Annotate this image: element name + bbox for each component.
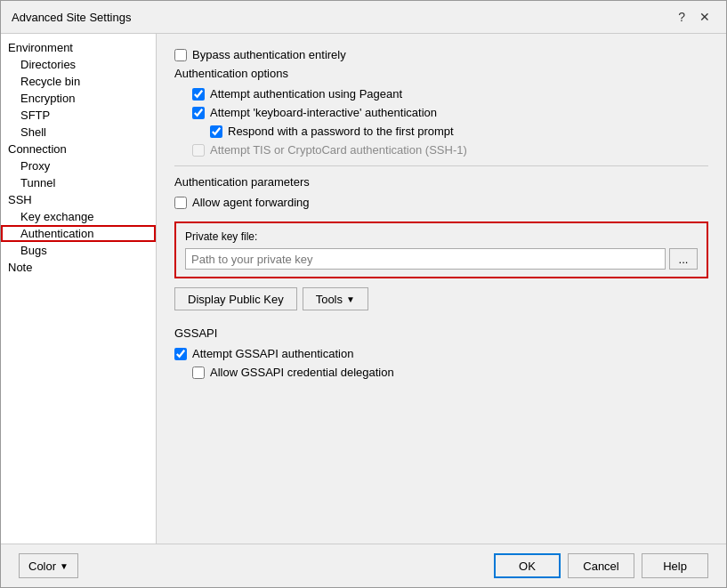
sidebar-item-encryption[interactable]: Encryption [1,90,156,107]
respond-row: Respond with a password to the first pro… [174,125,708,138]
private-key-row: ... [185,248,698,270]
tools-caret-icon: ▼ [346,294,355,304]
sidebar-item-note[interactable]: Note [1,259,156,276]
pageant-row: Attempt authentication using Pageant [174,87,708,101]
private-key-section: Private key file: ... [174,222,708,278]
advanced-site-settings-dialog: Advanced Site Settings ? ✕ EnvironmentDi… [0,0,727,588]
sidebar-item-environment[interactable]: Environment [1,39,156,56]
keyboard-row: Attempt 'keyboard-interactive' authentic… [174,106,708,119]
sidebar-item-bugs[interactable]: Bugs [1,242,156,259]
bypass-label: Bypass authentication entirely [192,48,346,61]
pageant-checkbox[interactable] [192,88,205,101]
action-buttons-row: Display Public Key Tools ▼ [174,287,708,310]
color-button[interactable]: Color ▼ [19,553,78,578]
respond-label: Respond with a password to the first pro… [228,125,454,138]
sidebar-item-sftp[interactable]: SFTP [1,107,156,124]
color-caret-icon: ▼ [60,561,69,571]
private-key-label: Private key file: [185,230,698,243]
sidebar-item-recycle-bin[interactable]: Recycle bin [1,73,156,90]
auth-params-title: Authentication parameters [174,175,708,189]
gssapi-delegation-row: Allow GSSAPI credential delegation [174,366,708,379]
respond-checkbox[interactable] [210,125,222,138]
tis-checkbox [192,144,205,157]
title-bar-controls: ? ✕ [673,8,715,26]
ok-button[interactable]: OK [494,553,561,578]
sidebar-item-ssh[interactable]: SSH [1,191,156,208]
tis-row: Attempt TIS or CryptoCard authentication… [174,143,708,157]
separator-1 [174,165,708,166]
sidebar: EnvironmentDirectoriesRecycle binEncrypt… [1,34,157,544]
agent-label: Allow agent forwarding [192,196,310,209]
tis-label: Attempt TIS or CryptoCard authentication… [210,143,467,157]
color-label: Color [28,560,56,573]
sidebar-item-tunnel[interactable]: Tunnel [1,174,156,191]
footer-left: Color ▼ [19,553,78,578]
auth-options-title: Authentication options [174,67,708,80]
dialog-title: Advanced Site Settings [12,11,131,24]
keyboard-label: Attempt 'keyboard-interactive' authentic… [210,106,437,119]
gssapi-label: Attempt GSSAPI authentication [192,347,353,360]
sidebar-item-directories[interactable]: Directories [1,56,156,73]
private-key-input[interactable] [185,248,666,270]
footer-right: OK Cancel Help [494,553,708,578]
gssapi-title: GSSAPI [174,326,708,340]
sidebar-item-shell[interactable]: Shell [1,124,156,141]
sidebar-item-key-exchange[interactable]: Key exchange [1,208,156,225]
pageant-label: Attempt authentication using Pageant [210,87,402,101]
agent-row: Allow agent forwarding [174,196,708,209]
sidebar-item-authentication[interactable]: Authentication [1,225,156,242]
bypass-checkbox[interactable] [174,49,187,61]
help-footer-button[interactable]: Help [642,553,708,578]
agent-checkbox[interactable] [174,197,187,209]
tools-label: Tools [316,293,343,306]
sidebar-item-connection[interactable]: Connection [1,141,156,157]
gssapi-delegation-label: Allow GSSAPI credential delegation [210,366,394,379]
dialog-footer: Color ▼ OK Cancel Help [1,544,726,587]
help-button[interactable]: ? [673,8,691,26]
gssapi-section: GSSAPI Attempt GSSAPI authentication All… [174,326,708,379]
display-public-key-button[interactable]: Display Public Key [174,287,297,310]
bypass-row: Bypass authentication entirely [174,48,708,61]
sidebar-item-proxy[interactable]: Proxy [1,157,156,174]
title-bar: Advanced Site Settings ? ✕ [1,1,726,34]
gssapi-row: Attempt GSSAPI authentication [174,347,708,360]
gssapi-checkbox[interactable] [174,348,187,360]
main-content: Bypass authentication entirely Authentic… [157,34,726,544]
browse-button[interactable]: ... [669,248,698,270]
gssapi-delegation-checkbox[interactable] [192,366,205,379]
cancel-button[interactable]: Cancel [568,553,634,578]
tools-button[interactable]: Tools ▼ [303,287,368,310]
keyboard-checkbox[interactable] [192,107,205,119]
dialog-body: EnvironmentDirectoriesRecycle binEncrypt… [1,34,726,544]
close-button[interactable]: ✕ [694,8,715,26]
